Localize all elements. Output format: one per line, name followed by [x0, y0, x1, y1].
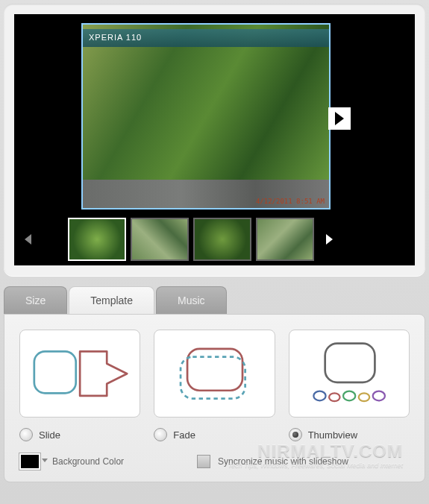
template-options-row: Background Color Syncronize music with s…: [19, 453, 410, 470]
sync-music-checkbox[interactable]: [197, 455, 210, 468]
slideshow-stage: XPERIA 110 4/12/2011 8:51 AM: [14, 14, 415, 265]
chevron-right-icon: [326, 234, 333, 245]
svg-point-4: [313, 391, 325, 400]
radio-icon: [289, 428, 302, 441]
svg-point-5: [329, 393, 339, 401]
background-color-label: Background Color: [52, 456, 124, 467]
slideshow-preview-panel: XPERIA 110 4/12/2011 8:51 AM: [4, 4, 425, 276]
chevron-right-icon: [335, 112, 344, 125]
sync-music-label: Syncronize music with slideshow: [218, 456, 348, 467]
photo-title-text: XPERIA 110: [89, 33, 142, 42]
svg-rect-3: [325, 343, 375, 382]
photo-timestamp: 4/12/2011 8:51 AM: [256, 198, 325, 205]
radio-icon: [19, 428, 33, 441]
tab-template[interactable]: Template: [69, 286, 154, 314]
thumbnails-prev-button[interactable]: [22, 218, 34, 261]
template-tab-body: Slide Fade Thumbview Background Color: [4, 314, 425, 482]
transition-cards: [19, 330, 410, 418]
thumbnail[interactable]: [131, 218, 189, 261]
chevron-left-icon: [25, 234, 31, 245]
svg-rect-1: [187, 349, 242, 391]
slide-transition-icon: [26, 335, 134, 412]
transition-radio-group: Slide Fade Thumbview: [19, 428, 410, 441]
radio-label-thumbview: Thumbview: [308, 429, 357, 441]
svg-rect-0: [34, 351, 76, 393]
fade-transition-icon: [160, 335, 268, 412]
svg-point-7: [358, 393, 369, 401]
svg-point-6: [343, 391, 355, 400]
radio-label-slide: Slide: [39, 429, 60, 441]
photo-title-bar: XPERIA 110: [83, 29, 329, 47]
radio-label-fade: Fade: [173, 429, 195, 441]
radio-option-thumbview[interactable]: Thumbview: [289, 428, 410, 441]
play-slideshow-button[interactable]: [389, 230, 407, 248]
background-color-picker[interactable]: [19, 453, 40, 470]
thumbnail[interactable]: [68, 218, 126, 261]
radio-option-fade[interactable]: Fade: [154, 428, 275, 441]
radio-icon: [154, 428, 167, 441]
settings-tabs: Size Template Music: [4, 286, 425, 314]
thumbnail[interactable]: [193, 218, 251, 261]
main-photo: XPERIA 110 4/12/2011 8:51 AM: [83, 25, 329, 208]
thumbnail-list: [68, 218, 314, 261]
thumbnail[interactable]: [256, 218, 314, 261]
transition-card-thumbview[interactable]: [289, 330, 410, 418]
radio-option-slide[interactable]: Slide: [19, 428, 140, 441]
transition-card-slide[interactable]: [19, 330, 140, 418]
svg-point-8: [372, 391, 384, 400]
transition-card-fade[interactable]: [154, 330, 275, 418]
settings-panel: Size Template Music: [4, 286, 425, 482]
svg-rect-2: [181, 356, 245, 398]
main-photo-frame: XPERIA 110 4/12/2011 8:51 AM: [81, 23, 331, 210]
thumbnails-next-button[interactable]: [323, 218, 335, 261]
tab-template-label: Template: [90, 294, 133, 306]
tab-music[interactable]: Music: [156, 286, 227, 314]
next-photo-button[interactable]: [328, 107, 351, 130]
thumbnail-strip: [14, 213, 415, 265]
tab-size-label: Size: [25, 294, 46, 306]
thumbview-transition-icon: [295, 335, 403, 412]
tab-size[interactable]: Size: [4, 286, 67, 314]
tab-music-label: Music: [178, 294, 205, 306]
